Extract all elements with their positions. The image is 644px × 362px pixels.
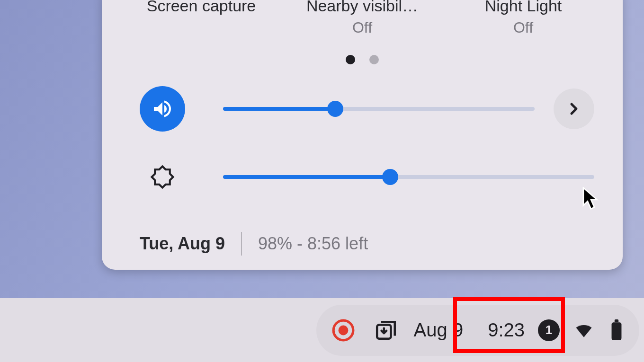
pager-dot-inactive[interactable]	[369, 55, 379, 64]
tray-date[interactable]: Aug 9	[414, 319, 464, 341]
toggle-label: Screen capture	[121, 0, 282, 16]
audio-settings-button[interactable]	[554, 88, 594, 129]
system-tray[interactable]: Aug 9 9:23 1	[316, 305, 639, 356]
toggle-screen-capture[interactable]: Screen capture	[121, 0, 282, 38]
slider-thumb[interactable]	[327, 101, 343, 117]
toggle-state: Off	[443, 18, 604, 38]
battery-status-icon[interactable]	[608, 316, 625, 345]
svg-marker-0	[152, 166, 173, 187]
notification-badge[interactable]: 1	[538, 319, 560, 341]
footer-divider	[241, 232, 242, 256]
page-indicator	[121, 55, 604, 64]
toggle-label: Night Light	[443, 0, 604, 16]
stop-recording-button[interactable]	[329, 316, 358, 345]
volume-slider[interactable]	[223, 107, 535, 111]
brightness-slider[interactable]	[223, 175, 594, 179]
downloads-button[interactable]	[371, 316, 401, 345]
volume-icon[interactable]	[140, 86, 185, 132]
taskbar: Aug 9 9:23 1	[0, 298, 644, 362]
wifi-status-icon[interactable]	[573, 316, 595, 345]
tray-time[interactable]: 9:23	[488, 319, 525, 341]
svg-point-2	[338, 325, 348, 335]
brightness-slider-row	[121, 153, 604, 201]
quick-settings-panel: Screen capture Nearby visibil… Off Night…	[102, 0, 623, 270]
toggle-state: Off	[282, 18, 443, 38]
footer-date: Tue, Aug 9	[140, 234, 225, 254]
footer-battery: 98% - 8:56 left	[258, 234, 368, 254]
panel-footer: Tue, Aug 9 98% - 8:56 left	[121, 232, 604, 256]
svg-rect-4	[612, 322, 622, 340]
volume-slider-row	[121, 85, 604, 132]
toggle-nearby-visibility[interactable]: Nearby visibil… Off	[282, 0, 443, 38]
toggle-label: Nearby visibil…	[282, 0, 443, 16]
slider-thumb[interactable]	[382, 169, 398, 185]
pager-dot-active[interactable]	[346, 55, 355, 64]
toggle-night-light[interactable]: Night Light Off	[443, 0, 604, 38]
svg-rect-5	[615, 319, 618, 322]
brightness-icon	[140, 154, 185, 200]
quick-toggles-row: Screen capture Nearby visibil… Off Night…	[121, 0, 604, 38]
